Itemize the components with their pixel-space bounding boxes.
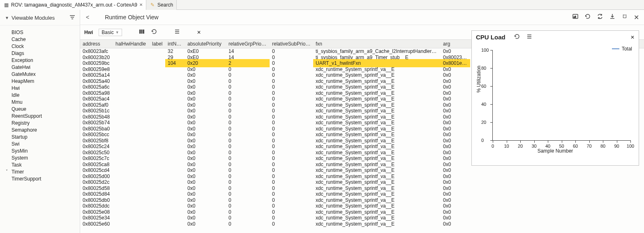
table-cell <box>152 50 165 53</box>
refresh-icon[interactable] <box>584 13 591 21</box>
sidebar-item[interactable]: Idle <box>12 91 80 98</box>
sidebar-item[interactable]: ReentSupport <box>12 112 80 119</box>
sidebar-item[interactable]: HeapMem <box>12 78 80 85</box>
sidebar-item[interactable]: Hwi <box>12 85 80 91</box>
table-cell <box>152 163 165 166</box>
refresh-chart-icon[interactable] <box>514 33 520 41</box>
table-cell <box>113 145 152 148</box>
table-cell <box>165 193 185 195</box>
table-cell <box>113 50 152 53</box>
view-mode-select[interactable]: Basic ▼ <box>99 29 122 36</box>
sidebar-title: Viewable Modules <box>12 15 55 21</box>
svg-rect-4 <box>574 17 575 18</box>
table-cell <box>113 86 152 88</box>
sidebar-item[interactable]: Queue <box>12 105 80 112</box>
grid-icon: ▦ <box>3 2 9 8</box>
table-cell <box>152 92 165 94</box>
th-relsubpriority[interactable]: relativeSubPriority <box>270 40 313 48</box>
th-fxn[interactable]: fxn <box>313 40 441 48</box>
table-cell <box>165 86 185 88</box>
table-cell <box>165 169 185 171</box>
sidebar-item[interactable]: Semaphore <box>12 126 80 133</box>
refresh-table-icon[interactable] <box>151 28 157 36</box>
sidebar-item[interactable]: Swi <box>12 140 80 147</box>
table-cell: 0x0 <box>441 220 470 228</box>
sidebar-item[interactable]: Startup <box>12 133 80 140</box>
sidebar-item[interactable]: System <box>12 154 80 161</box>
table-cell <box>165 211 185 213</box>
close-table-icon[interactable]: ✕ <box>197 30 201 35</box>
filter-icon[interactable] <box>69 14 76 22</box>
table-cell <box>165 98 185 100</box>
close-panel-icon[interactable]: ✕ <box>634 14 639 21</box>
table-cell: xdc_runtime_System_sprintf_va__E <box>313 220 441 228</box>
th-label[interactable]: label <box>152 40 165 48</box>
table-cell <box>152 62 165 64</box>
table-cell <box>152 145 165 148</box>
th-arg[interactable]: arg <box>441 40 470 48</box>
chart-menu-icon[interactable] <box>526 33 533 41</box>
close-chart-icon[interactable]: ✕ <box>630 34 635 40</box>
table-row[interactable]: 0x80025e600x000xdc_runtime_System_sprint… <box>80 221 644 227</box>
table-cell <box>165 145 185 148</box>
fullscreen-icon[interactable] <box>621 13 628 21</box>
table-cell <box>165 139 185 142</box>
tab-rov[interactable]: ▦ ROV: tamagawa_diagnostic_AM437x_arm.ou… <box>0 0 146 10</box>
sidebar-item[interactable]: Diags <box>12 50 80 57</box>
close-icon[interactable]: ✕ <box>139 2 143 7</box>
table-cell: 0x0 <box>185 220 226 228</box>
table-cell <box>113 193 152 195</box>
th-relgrppriority[interactable]: relativeGrpPriority <box>226 40 270 48</box>
table-cell <box>152 187 165 190</box>
table-cell <box>165 68 185 71</box>
sidebar-item[interactable]: Task <box>12 161 80 168</box>
menu-icon[interactable] <box>174 28 180 36</box>
sidebar-item[interactable]: BIOS <box>12 29 80 36</box>
svg-rect-10 <box>141 30 142 34</box>
sidebar-item[interactable]: Mmu <box>12 98 80 105</box>
table-cell <box>152 151 165 154</box>
sidebar-item[interactable]: Exception <box>12 57 80 64</box>
table-cell <box>113 133 152 136</box>
sidebar-item[interactable]: Cache <box>12 36 80 43</box>
y-tick-label: 100 <box>481 48 489 53</box>
table-cell <box>165 133 185 136</box>
table-cell <box>165 80 185 82</box>
sidebar-item[interactable]: GateHwi <box>12 64 80 71</box>
back-button[interactable]: < <box>83 14 92 21</box>
dashboard-icon[interactable] <box>572 13 579 21</box>
table-module-label: Hwi <box>84 30 93 35</box>
table-cell <box>165 181 185 183</box>
th-address[interactable]: address <box>80 40 113 48</box>
sidebar-header[interactable]: ▼ Viewable Modules <box>0 10 80 25</box>
table-cell <box>113 157 152 160</box>
sidebar-item[interactable]: Clock <box>12 43 80 50</box>
refresh-auto-icon[interactable] <box>597 13 603 21</box>
columns-icon[interactable] <box>138 28 145 36</box>
table-cell: 0x80025e60 <box>80 220 113 228</box>
table-cell <box>152 74 165 76</box>
sidebar-item[interactable]: Registry <box>12 119 80 126</box>
sidebar-item[interactable]: Timer <box>12 168 80 175</box>
table-cell <box>152 104 165 106</box>
table-cell <box>113 223 152 225</box>
table-cell <box>152 116 165 118</box>
sidebar-item[interactable]: GateMutex <box>12 71 80 78</box>
table-cell <box>165 110 185 112</box>
sidebar-item[interactable]: TimerSupport <box>12 175 80 182</box>
table-cell: 0 <box>270 220 313 228</box>
search-wand-icon: ✎ <box>150 2 155 8</box>
table-cell <box>165 175 185 178</box>
sidebar-item[interactable]: SysMin <box>12 147 80 154</box>
table-cell <box>113 175 152 178</box>
chart-title: CPU Load <box>476 34 506 41</box>
table-cell <box>152 205 165 207</box>
download-icon[interactable] <box>609 13 616 21</box>
tab-search[interactable]: ✎ Search <box>146 0 177 10</box>
table-cell <box>113 199 152 201</box>
th-intnum[interactable]: intNum <box>165 40 185 48</box>
table-cell <box>113 217 152 219</box>
th-halhwihandle[interactable]: halHwiHandle <box>113 40 152 48</box>
th-abspriority[interactable]: absolutePriority <box>185 40 226 48</box>
table-cell <box>165 205 185 207</box>
